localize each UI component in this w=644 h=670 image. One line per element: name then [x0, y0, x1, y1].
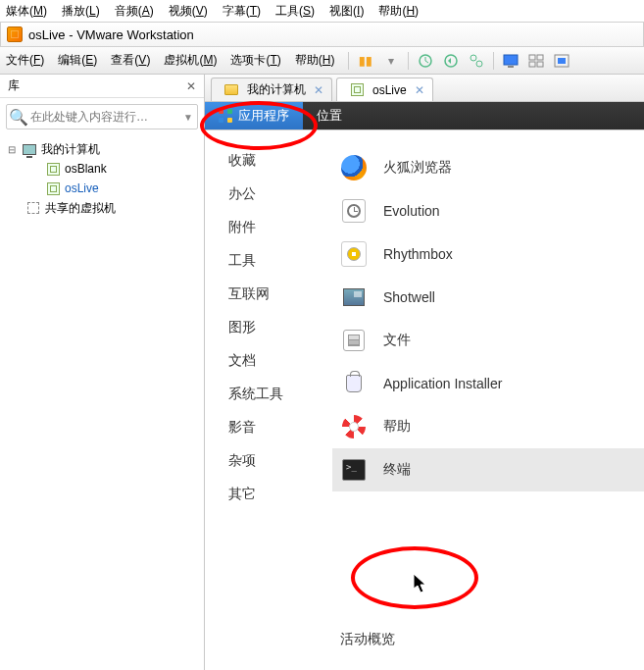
search-dropdown-button[interactable]: ▼	[179, 112, 197, 123]
application-list: 火狐浏览器 Evolution Rhythmbox Shotwell 文件	[332, 130, 644, 670]
menu-tabs[interactable]: 选项卡(T)	[230, 52, 280, 69]
collapse-icon[interactable]: ⊟	[6, 144, 18, 155]
app-label: Evolution	[383, 203, 440, 219]
search-box[interactable]: 🔍 ▼	[6, 104, 198, 129]
svg-point-2	[471, 55, 476, 61]
pause-button[interactable]: ▮▮	[357, 52, 374, 70]
content-area: 我的计算机 ✕ osLive ✕ 应用程序 位置 收藏 办公	[205, 75, 644, 670]
app-label: 火狐浏览器	[383, 159, 452, 177]
close-sidebar-button[interactable]: ✕	[186, 79, 196, 93]
toolbar-separator	[348, 52, 349, 70]
show-console-button[interactable]	[502, 52, 520, 70]
app-help[interactable]: 帮助	[332, 405, 644, 448]
shotwell-icon	[340, 283, 368, 311]
rhythmbox-icon	[340, 240, 368, 268]
menu-edit[interactable]: 编辑(E)	[58, 52, 97, 69]
tree-node-mycomputer[interactable]: ⊟ 我的计算机	[6, 139, 198, 159]
close-tab-button[interactable]: ✕	[415, 83, 424, 97]
app-label: Rhythmbox	[383, 246, 453, 262]
category-misc[interactable]: 杂项	[228, 452, 332, 470]
host-menu-media[interactable]: 媒体(M)	[6, 3, 47, 20]
tree-label: osLive	[65, 181, 99, 195]
thumbnail-view-button[interactable]	[527, 52, 545, 70]
svg-rect-8	[529, 62, 535, 67]
window-title: osLive - VMware Workstation	[28, 27, 194, 42]
app-evolution[interactable]: Evolution	[332, 189, 644, 232]
activities-overview[interactable]: 活动概览	[340, 631, 395, 648]
tree-label: 我的计算机	[41, 141, 100, 158]
guest-top-panel: 应用程序 位置	[205, 102, 644, 129]
host-menu-tools[interactable]: 工具(S)	[275, 3, 315, 20]
category-graphics[interactable]: 图形	[228, 319, 332, 336]
tab-oslive[interactable]: osLive ✕	[336, 77, 433, 101]
firefox-icon	[340, 154, 368, 181]
fullscreen-button[interactable]	[553, 52, 570, 70]
toolbar-separator	[493, 52, 494, 70]
search-input[interactable]	[30, 105, 179, 129]
applications-menu[interactable]: 应用程序	[205, 102, 303, 129]
tab-label: osLive	[372, 83, 407, 97]
manage-snapshots-button[interactable]	[468, 52, 485, 70]
app-label: 终端	[383, 461, 411, 479]
app-rhythmbox[interactable]: Rhythmbox	[332, 232, 644, 276]
category-accessories[interactable]: 附件	[228, 219, 332, 236]
host-menubar: 媒体(M) 播放(L) 音频(A) 视频(V) 字幕(T) 工具(S) 视图(I…	[0, 0, 644, 22]
category-multimedia[interactable]: 影音	[228, 419, 332, 437]
app-toolbar: 文件(F) 编辑(E) 查看(V) 虚拟机(M) 选项卡(T) 帮助(H) ▮▮…	[0, 47, 644, 75]
menu-vm[interactable]: 虚拟机(M)	[164, 52, 217, 69]
menu-file[interactable]: 文件(F)	[6, 52, 44, 69]
svg-rect-5	[508, 66, 514, 68]
category-office[interactable]: 办公	[228, 185, 332, 203]
host-menu-video[interactable]: 视频(V)	[169, 3, 208, 20]
close-tab-button[interactable]: ✕	[314, 83, 323, 97]
vm-icon	[45, 180, 61, 196]
places-menu[interactable]: 位置	[303, 102, 356, 129]
search-icon: 🔍	[7, 108, 30, 127]
app-application-installer[interactable]: Application Installer	[332, 362, 644, 405]
menu-view[interactable]: 查看(V)	[111, 52, 150, 69]
host-menu-subtitle[interactable]: 字幕(T)	[223, 3, 261, 20]
snapshot-button[interactable]	[417, 52, 434, 70]
category-internet[interactable]: 互联网	[228, 285, 332, 303]
app-shotwell[interactable]: Shotwell	[332, 276, 644, 319]
window-titlebar: osLive - VMware Workstation	[0, 22, 644, 47]
app-label: 帮助	[383, 418, 411, 436]
category-other[interactable]: 其它	[228, 486, 332, 503]
revert-button[interactable]	[442, 52, 460, 70]
tree-node-shared[interactable]: 共享的虚拟机	[6, 198, 198, 218]
svg-point-3	[476, 61, 482, 67]
power-options-button[interactable]: ▾	[382, 52, 400, 70]
host-menu-play[interactable]: 播放(L)	[62, 3, 100, 20]
category-tools[interactable]: 工具	[228, 252, 332, 270]
app-terminal[interactable]: 终端	[332, 448, 644, 491]
files-icon	[340, 327, 368, 354]
category-system-tools[interactable]: 系统工具	[228, 386, 332, 403]
applications-popup: 收藏 办公 附件 工具 互联网 图形 文档 系统工具 影音 杂项 其它 火狐浏览…	[205, 129, 644, 670]
home-icon	[223, 82, 239, 98]
toolbar-separator	[408, 52, 409, 70]
tree-node-oslive[interactable]: osLive	[6, 179, 198, 198]
category-list: 收藏 办公 附件 工具 互联网 图形 文档 系统工具 影音 杂项 其它	[205, 130, 332, 670]
places-label: 位置	[317, 107, 342, 125]
svg-rect-11	[558, 58, 566, 64]
installer-icon	[340, 370, 368, 397]
menu-help[interactable]: 帮助(H)	[295, 52, 335, 69]
evolution-icon	[340, 197, 368, 225]
host-menu-view[interactable]: 视图(I)	[329, 3, 364, 20]
applications-icon	[219, 109, 232, 123]
tabbar: 我的计算机 ✕ osLive ✕	[205, 75, 644, 102]
host-menu-audio[interactable]: 音频(A)	[115, 3, 154, 20]
app-firefox[interactable]: 火狐浏览器	[332, 146, 644, 189]
computer-icon	[22, 141, 37, 157]
svg-rect-6	[529, 55, 535, 60]
tab-label: 我的计算机	[247, 81, 306, 98]
host-menu-help[interactable]: 帮助(H)	[378, 3, 419, 20]
tree-node-osblank[interactable]: osBlank	[6, 159, 198, 179]
category-documents[interactable]: 文档	[228, 352, 332, 370]
app-files[interactable]: 文件	[332, 319, 644, 362]
tab-mycomputer[interactable]: 我的计算机 ✕	[211, 77, 332, 101]
library-sidebar: 库 ✕ 🔍 ▼ ⊟ 我的计算机 osBlank osLive	[0, 75, 205, 670]
svg-rect-9	[537, 62, 543, 67]
category-favorites[interactable]: 收藏	[228, 152, 332, 170]
help-icon	[340, 413, 368, 440]
